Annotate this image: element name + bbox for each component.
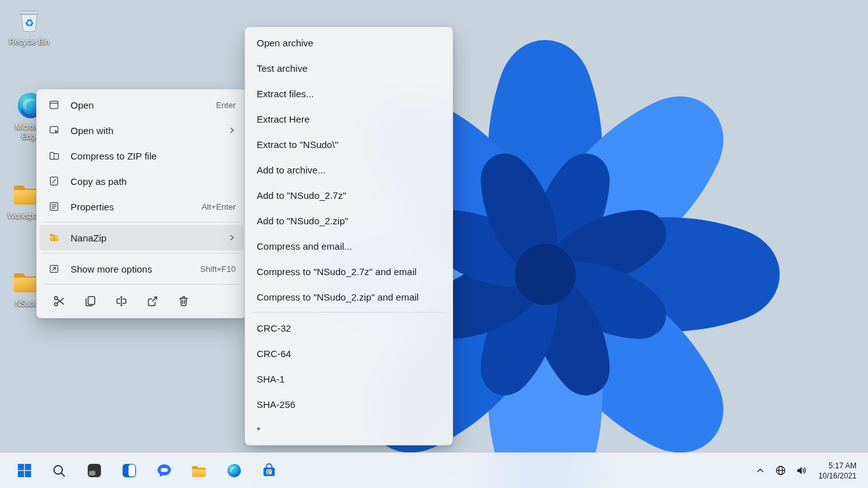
submenu-item-test-archive[interactable]: Test archive bbox=[248, 55, 450, 81]
menu-item-label: Copy as path bbox=[71, 176, 236, 187]
menu-item-label: Properties bbox=[71, 201, 194, 212]
properties-icon bbox=[48, 200, 60, 213]
submenu-item-compress-and-email[interactable]: Compress and email... bbox=[248, 233, 450, 259]
menu-item-label: NanaZip bbox=[71, 233, 228, 243]
share-icon bbox=[146, 295, 159, 308]
submenu-item-label: * bbox=[257, 424, 261, 435]
copy-path-icon bbox=[48, 175, 60, 187]
submenu-item-label: CRC-32 bbox=[257, 323, 291, 334]
submenu-item-label: SHA-256 bbox=[257, 399, 295, 410]
chat-button[interactable] bbox=[151, 458, 177, 484]
submenu-item-sha1[interactable]: SHA-1 bbox=[248, 366, 450, 391]
tray-chevron-button[interactable] bbox=[751, 458, 770, 484]
file-explorer-button[interactable] bbox=[186, 458, 212, 484]
menu-item-shortcut: Shift+F10 bbox=[200, 264, 236, 274]
chevron-right-icon bbox=[228, 126, 236, 134]
menu-item-open-with[interactable]: Open with bbox=[39, 118, 243, 143]
submenu-item-label: Add to archive... bbox=[257, 165, 325, 175]
menu-item-label: Compress to ZIP file bbox=[71, 151, 236, 161]
menu-item-show-more-options[interactable]: Show more options Shift+F10 bbox=[39, 256, 243, 281]
submenu-item-extract-files[interactable]: Extract files... bbox=[248, 81, 450, 106]
submenu-item-add-to-zip[interactable]: Add to "NSudo_2.zip" bbox=[248, 208, 450, 233]
desktop-icon-recycle-bin[interactable]: ♻ Recycle Bin bbox=[5, 5, 53, 47]
submenu-item-label: Compress to "NSudo_2.7z" and email bbox=[257, 266, 417, 277]
menu-item-label: Open bbox=[71, 100, 208, 111]
submenu-item-open-archive[interactable]: Open archive bbox=[248, 30, 450, 55]
copy-button[interactable] bbox=[74, 290, 105, 313]
share-button[interactable] bbox=[137, 290, 168, 313]
rename-icon bbox=[115, 295, 128, 308]
edge-button[interactable] bbox=[221, 458, 247, 484]
menu-item-properties[interactable]: Properties Alt+Enter bbox=[39, 194, 243, 219]
menu-separator bbox=[43, 222, 240, 222]
open-icon bbox=[48, 98, 60, 111]
nanazip-submenu: Open archive Test archive Extract files.… bbox=[245, 27, 453, 445]
menu-separator bbox=[251, 312, 447, 313]
quick-actions-row bbox=[39, 287, 243, 315]
search-button[interactable] bbox=[46, 458, 72, 484]
submenu-item-crc32[interactable]: CRC-32 bbox=[248, 315, 450, 341]
task-view-icon bbox=[86, 463, 102, 478]
store-icon bbox=[261, 463, 277, 478]
open-with-icon bbox=[48, 124, 60, 137]
taskbar-buttons bbox=[11, 458, 281, 484]
desktop-icon-label: Recycle Bin bbox=[9, 37, 49, 47]
submenu-item-label: CRC-64 bbox=[257, 348, 291, 359]
volume-icon bbox=[796, 465, 806, 476]
submenu-item-crc64[interactable]: CRC-64 bbox=[248, 341, 450, 366]
submenu-item-label: Compress and email... bbox=[257, 241, 352, 252]
delete-button[interactable] bbox=[168, 290, 199, 313]
clock-date: 10/16/2021 bbox=[818, 471, 857, 481]
menu-item-label: Show more options bbox=[71, 264, 193, 274]
desktop-icon-label: NSudo bbox=[15, 299, 39, 309]
submenu-item-label: Extract files... bbox=[257, 88, 314, 99]
svg-text:♻: ♻ bbox=[25, 17, 34, 29]
taskbar-clock[interactable]: 5:17 AM 10/16/2021 bbox=[812, 458, 862, 484]
start-button[interactable] bbox=[11, 458, 37, 484]
submenu-item-compress-zip-email[interactable]: Compress to "NSudo_2.zip" and email bbox=[248, 284, 450, 309]
submenu-item-label: Open archive bbox=[257, 37, 313, 48]
taskbar: 5:17 AM 10/16/2021 bbox=[0, 452, 868, 488]
menu-item-open[interactable]: Open Enter bbox=[39, 92, 243, 118]
show-more-icon bbox=[48, 262, 60, 275]
rename-button[interactable] bbox=[105, 290, 137, 313]
chevron-up-icon bbox=[756, 466, 765, 475]
submenu-item-label: Test archive bbox=[257, 63, 308, 74]
menu-item-shortcut: Enter bbox=[216, 100, 236, 110]
menu-item-label: Open with bbox=[71, 125, 228, 136]
submenu-item-add-to-archive[interactable]: Add to archive... bbox=[248, 157, 450, 182]
task-view-button[interactable] bbox=[81, 458, 107, 484]
submenu-item-add-to-7z[interactable]: Add to "NSudo_2.7z" bbox=[248, 182, 450, 208]
widgets-button[interactable] bbox=[116, 458, 142, 484]
submenu-item-label: Extract Here bbox=[257, 114, 309, 125]
nanazip-icon bbox=[48, 231, 60, 244]
edge-icon bbox=[226, 463, 242, 478]
submenu-item-label: Compress to "NSudo_2.zip" and email bbox=[257, 292, 419, 302]
context-menu: Open Enter Open with Compress to ZIP fil… bbox=[36, 89, 247, 318]
store-button[interactable] bbox=[256, 458, 281, 484]
submenu-item-extract-to-folder[interactable]: Extract to "NSudo\" bbox=[248, 132, 450, 157]
taskbar-tray: 5:17 AM 10/16/2021 bbox=[751, 458, 862, 484]
volume-button[interactable] bbox=[792, 458, 811, 484]
submenu-item-extract-here[interactable]: Extract Here bbox=[248, 106, 450, 132]
menu-item-copy-as-path[interactable]: Copy as path bbox=[39, 168, 243, 194]
file-explorer-icon bbox=[191, 463, 207, 479]
cut-button[interactable] bbox=[43, 290, 74, 313]
delete-icon bbox=[177, 295, 190, 308]
submenu-item-sha256[interactable]: SHA-256 bbox=[248, 391, 450, 417]
menu-separator bbox=[43, 284, 240, 285]
copy-icon bbox=[84, 295, 97, 308]
windows-start-icon bbox=[17, 463, 32, 478]
chevron-right-icon bbox=[228, 234, 236, 241]
zip-folder-icon bbox=[48, 149, 60, 162]
submenu-item-compress-7z-email[interactable]: Compress to "NSudo_2.7z" and email bbox=[248, 259, 450, 284]
submenu-item-star[interactable]: * bbox=[248, 417, 450, 442]
search-icon bbox=[51, 463, 67, 478]
submenu-item-label: Add to "NSudo_2.7z" bbox=[257, 190, 346, 201]
menu-item-nanazip[interactable]: NanaZip bbox=[39, 225, 243, 250]
submenu-item-label: SHA-1 bbox=[257, 374, 285, 384]
network-button[interactable] bbox=[771, 458, 790, 484]
menu-item-compress-to-zip[interactable]: Compress to ZIP file bbox=[39, 143, 243, 168]
menu-separator bbox=[43, 253, 240, 254]
menu-item-shortcut: Alt+Enter bbox=[201, 202, 236, 212]
